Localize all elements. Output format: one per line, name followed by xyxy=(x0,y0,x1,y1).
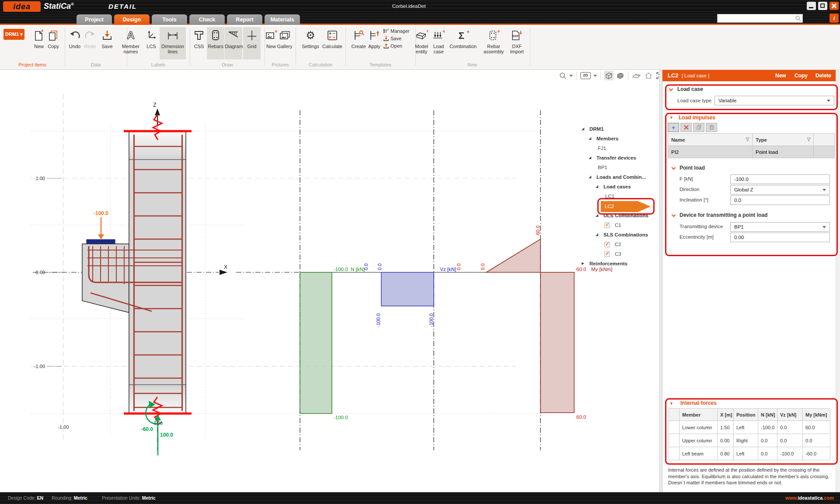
filter-icon[interactable] xyxy=(746,138,749,142)
checkbox-checked[interactable]: ✓ xyxy=(604,251,610,257)
undo-button[interactable]: Undo xyxy=(67,27,83,59)
load-impulses-table[interactable]: Name Type PI2 Point load xyxy=(668,133,835,158)
expander-icon[interactable]: ◢ xyxy=(596,213,598,217)
copy-load-impulse-button[interactable] xyxy=(693,123,704,132)
zoom-options-dropdown[interactable] xyxy=(569,71,573,80)
new-model-entity-button[interactable]: + Model entity xyxy=(411,27,432,59)
new-rebar-assembly-button[interactable]: + Rebar assembly xyxy=(481,27,506,59)
load-case-type-dropdown[interactable]: Variable xyxy=(715,96,834,105)
copy-project-item-button[interactable]: Copy xyxy=(45,27,61,59)
maximize-icon xyxy=(820,3,825,8)
ribbon-tabbar: Project Design Tools Check Report Materi… xyxy=(0,13,840,25)
vz-zero-left: 0.0 xyxy=(363,264,369,270)
table-row[interactable]: Left beam 0.80Left 0.0-100.0 -60.0 xyxy=(669,447,830,460)
view-2d-button[interactable]: 2D xyxy=(580,71,591,80)
save-button[interactable]: Save xyxy=(99,27,115,59)
section-arrow-icon[interactable]: ▼ xyxy=(669,115,673,120)
checkbox-checked[interactable]: ✓ xyxy=(604,242,610,247)
filter-icon[interactable] xyxy=(807,138,811,142)
panel-splitter[interactable] xyxy=(659,70,662,492)
expander-collapsed-icon[interactable]: ▶ xyxy=(582,261,584,265)
website-link[interactable]: www.ideastatica.com xyxy=(785,495,834,501)
expander-icon[interactable]: ◢ xyxy=(589,175,591,179)
template-save-button[interactable]: Save xyxy=(383,35,409,42)
calculate-button[interactable]: +−×÷ Calculate xyxy=(321,27,344,59)
cell-extra xyxy=(814,146,835,158)
vz-min-left: -100.0 xyxy=(376,313,381,327)
css-toggle[interactable]: CSS xyxy=(190,27,208,59)
dxf-import-button[interactable]: DXF DXF Import xyxy=(506,27,528,59)
home-view-button[interactable] xyxy=(644,71,653,80)
load-case-new-button[interactable]: New xyxy=(775,73,786,79)
close-button[interactable] xyxy=(830,2,839,10)
solid-view-button[interactable] xyxy=(615,71,625,80)
checkbox-checked[interactable]: ✓ xyxy=(604,222,610,228)
tab-tools[interactable]: Tools xyxy=(152,14,187,25)
tab-project[interactable]: Project xyxy=(77,14,112,25)
maximize-button[interactable] xyxy=(818,2,827,10)
expander-icon[interactable]: ◢ xyxy=(596,184,598,188)
lcs-toggle[interactable]: LCS xyxy=(145,27,158,59)
load-case-copy-button[interactable]: Copy xyxy=(795,73,808,79)
tab-design[interactable]: Design xyxy=(114,14,150,25)
internal-forces-table[interactable]: Member X [m]Position N [kN]Vz [kN] My [k… xyxy=(669,408,830,460)
column-header-name[interactable]: Name xyxy=(668,134,753,146)
new-load-case-button[interactable]: + Load case xyxy=(430,27,447,59)
chevron-down-icon xyxy=(569,75,573,77)
section-arrow-icon[interactable]: ▼ xyxy=(669,401,673,406)
search-box[interactable] xyxy=(717,14,803,23)
zoom-button[interactable] xyxy=(559,71,567,80)
column-header-type[interactable]: Type xyxy=(753,134,814,146)
minimize-button[interactable] xyxy=(807,2,816,10)
table-row[interactable]: Lower column 1.50Left -100.00.0 60.0 xyxy=(669,421,830,434)
inclination-input[interactable]: 0.0 xyxy=(730,195,830,205)
diagram-icon xyxy=(225,27,242,44)
transmitting-device-dropdown[interactable]: BP1 xyxy=(730,222,830,232)
clipping-plane-button[interactable] xyxy=(631,71,642,80)
search-input[interactable] xyxy=(719,15,793,22)
expander-icon[interactable]: ◢ xyxy=(589,136,591,140)
apply-template-button[interactable]: Apply xyxy=(366,27,383,59)
expander-icon[interactable]: ◢ xyxy=(582,127,584,131)
tab-report[interactable]: Report xyxy=(227,14,262,25)
template-open-button[interactable]: Open xyxy=(383,42,409,49)
tab-check[interactable]: Check xyxy=(189,14,225,25)
load-arrowhead xyxy=(98,234,104,240)
template-manager-button[interactable]: Manager xyxy=(383,27,409,35)
rebars-toggle[interactable]: Rebars xyxy=(207,27,224,59)
delete-load-impulse-button[interactable] xyxy=(680,123,692,132)
gallery-icon xyxy=(275,27,294,44)
rebar-assembly-icon: + xyxy=(481,27,506,44)
grid-toggle[interactable]: Grid xyxy=(243,27,261,59)
gallery-button[interactable]: Gallery xyxy=(275,27,294,59)
trash-load-impulse-button[interactable] xyxy=(706,123,717,132)
internal-forces-header: Member X [m]Position N [kN]Vz [kN] My [k… xyxy=(669,409,830,421)
panel-scrollbar[interactable] xyxy=(836,70,840,492)
load-case-delete-button[interactable]: Delete xyxy=(816,73,831,79)
new-project-item-button[interactable]: + New xyxy=(31,27,46,59)
dimension-lines-toggle[interactable]: Dimension lines xyxy=(160,27,186,59)
table-row[interactable]: Upper column 0.00Right 0.00.0 0.0 xyxy=(669,434,830,447)
my-bottom-value: 60.0 xyxy=(576,414,586,420)
add-load-impulse-button[interactable]: + xyxy=(668,123,679,132)
diagram-toggle[interactable]: Diagram xyxy=(225,27,242,59)
my-axis-label: My [kNm] xyxy=(591,267,613,272)
view-mode-dropdown[interactable] xyxy=(593,71,597,80)
product-name: DETAIL xyxy=(108,3,137,10)
settings-button[interactable]: ⚙ Settings xyxy=(300,27,321,59)
redo-button[interactable]: Redo xyxy=(82,27,98,59)
expander-icon[interactable]: ◢ xyxy=(596,233,598,236)
info-button[interactable]: i xyxy=(830,14,839,23)
tab-materials[interactable]: Materials xyxy=(265,14,300,25)
wireframe-view-button[interactable] xyxy=(604,71,613,80)
new-combination-button[interactable]: Σ+ Combination xyxy=(449,27,477,59)
member-names-toggle[interactable]: A Member names xyxy=(119,27,143,59)
checkmark-icon: ✓ xyxy=(605,222,610,228)
f-input[interactable]: -100.0 xyxy=(730,174,830,184)
group-label-templates: Templates xyxy=(356,62,404,67)
eccentricity-input[interactable]: 0.00 xyxy=(730,233,830,242)
expander-icon[interactable]: ◢ xyxy=(589,156,591,160)
project-item-selector[interactable]: DRM1 ▾ xyxy=(3,29,24,40)
direction-dropdown[interactable]: Global Z xyxy=(730,185,830,195)
load-impulse-row-pi2[interactable]: PI2 Point load xyxy=(668,146,835,158)
